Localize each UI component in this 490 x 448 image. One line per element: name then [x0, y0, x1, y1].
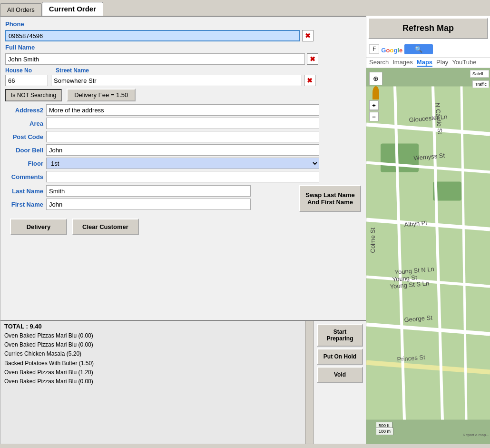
zoom-in-button[interactable]: +: [369, 100, 379, 110]
tab-images[interactable]: Images: [392, 59, 413, 67]
name-fields: Last Name First Name: [5, 185, 296, 212]
order-item-3[interactable]: Curries Chicken Masala (5.20): [4, 349, 301, 358]
area-label: Area: [5, 120, 43, 127]
order-item-4[interactable]: Backed Potatoes With Butter (1.50): [4, 359, 301, 368]
zoom-bar: [369, 110, 379, 111]
street-name-label: Street Name: [56, 67, 89, 74]
lastname-input[interactable]: [46, 185, 251, 197]
tab-search[interactable]: Search: [369, 59, 389, 67]
house-no-label: House No: [5, 67, 53, 74]
fullname-input[interactable]: [5, 53, 305, 65]
doorbell-row: Door Bell: [5, 144, 361, 156]
floor-select[interactable]: 1st 2nd 3rd Ground: [46, 158, 319, 169]
delivery-button[interactable]: Delivery: [10, 219, 67, 235]
fullname-clear-icon: ✖: [310, 55, 315, 63]
doorbell-input[interactable]: [46, 144, 319, 156]
phone-label: Phone: [5, 20, 43, 28]
fullname-label-row: Full Name: [5, 44, 361, 51]
zoom-out-button[interactable]: −: [369, 112, 379, 121]
lastname-label: Last Name: [5, 188, 43, 195]
tab-youtube[interactable]: YouTube: [452, 59, 476, 67]
delivery-fee-button[interactable]: Delivery Fee = 1.50: [67, 89, 136, 101]
fullname-clear-button[interactable]: ✖: [307, 53, 318, 65]
scale-bar-m: 100 m: [376, 428, 393, 435]
postcode-label: Post Code: [5, 133, 43, 140]
street-input[interactable]: [51, 75, 302, 86]
traffic-button[interactable]: Traffic: [472, 80, 489, 88]
clear-customer-button[interactable]: Clear Customer: [72, 219, 139, 235]
firstname-input[interactable]: [46, 199, 251, 210]
order-item-5[interactable]: Oven Baked Pizzas Mari Blu (1.20): [4, 368, 301, 377]
order-item-2[interactable]: Oven Baked Pizzas Mari Blu (0.00): [4, 340, 301, 349]
doorbell-label: Door Bell: [5, 147, 43, 154]
swap-name-button[interactable]: Swap Last Name And First Name: [299, 185, 361, 212]
void-button[interactable]: Void: [317, 367, 363, 383]
firstname-row: First Name: [5, 199, 296, 210]
satellite-button[interactable]: Satell...: [470, 70, 489, 78]
phone-input[interactable]: [5, 30, 300, 41]
tab-all-orders[interactable]: All Orders: [0, 3, 42, 16]
google-logo: Google: [381, 43, 402, 55]
map-nav-controls: ⊕ + −: [369, 72, 382, 121]
phone-input-row: ✖: [5, 30, 361, 41]
area-row: Area: [5, 118, 361, 129]
refresh-map-button[interactable]: Refresh Map: [368, 18, 488, 39]
google-search-bar: F Google 🔍: [366, 41, 490, 58]
google-nav-tabs: Search Images Maps Play YouTube: [366, 58, 490, 68]
order-item-1[interactable]: Oven Baked Pizzas Mari Blu (0.00): [4, 331, 301, 340]
address-input-row: ✖: [5, 75, 361, 86]
main-layout: Phone ✖ Full Name ✖ House No S: [0, 16, 490, 444]
not-searching-button[interactable]: Is NOT Searching: [5, 89, 62, 101]
name-section: Last Name First Name Swap Last Name And …: [5, 185, 361, 212]
svg-text:Colme St: Colme St: [369, 228, 376, 253]
address2-label: Address2: [5, 107, 43, 114]
start-preparing-button[interactable]: Start Preparing: [317, 324, 363, 347]
status-fee-row: Is NOT Searching Delivery Fee = 1.50: [5, 89, 361, 101]
tab-bar: All Orders Current Order: [0, 0, 490, 16]
tab-maps[interactable]: Maps: [417, 59, 432, 67]
firstname-label: First Name: [5, 201, 43, 208]
right-panel: Refresh Map F Google 🔍 Search Images Map…: [366, 16, 490, 444]
fullname-input-row: ✖: [5, 53, 361, 65]
floor-label: Floor: [5, 160, 43, 167]
form-area: Phone ✖ Full Name ✖ House No S: [0, 17, 366, 320]
lastname-row: Last Name: [5, 185, 296, 197]
house-no-input[interactable]: [5, 75, 48, 86]
order-list-section: TOTAL : 9.40 Oven Baked Pizzas Mari Blu …: [0, 320, 366, 444]
google-search-button[interactable]: 🔍: [404, 44, 433, 54]
address-headers: House No Street Name: [5, 67, 361, 74]
put-on-hold-button[interactable]: Put On Hold: [317, 348, 363, 365]
phone-clear-icon: ✖: [305, 32, 311, 40]
tab-current-order[interactable]: Current Order: [42, 2, 103, 16]
bottom-buttons: Delivery Clear Customer: [5, 216, 361, 238]
order-items-list: TOTAL : 9.40 Oven Baked Pizzas Mari Blu …: [0, 321, 305, 444]
total-line: TOTAL : 9.40: [4, 323, 301, 330]
order-actions: Start Preparing Put On Hold Void: [314, 321, 366, 444]
left-panel: Phone ✖ Full Name ✖ House No S: [0, 16, 366, 444]
svg-rect-1: [381, 144, 419, 172]
area-input[interactable]: [46, 118, 319, 129]
comments-row: Comments: [5, 171, 361, 182]
order-scrollbar[interactable]: [305, 321, 314, 444]
floor-row: Floor 1st 2nd 3rd Ground: [5, 158, 361, 169]
map-pan-button[interactable]: ⊕: [369, 72, 382, 85]
f-button[interactable]: F: [369, 44, 379, 54]
comments-input[interactable]: [46, 171, 319, 182]
pegman-icon[interactable]: [372, 86, 379, 100]
phone-row: Phone: [5, 20, 361, 28]
map-svg: Gloucester Ln Wemyss St Albyn Pl Young S…: [366, 68, 490, 438]
fullname-label: Full Name: [5, 44, 43, 51]
tab-play[interactable]: Play: [436, 59, 448, 67]
address-clear-icon: ✖: [307, 77, 313, 84]
phone-clear-button[interactable]: ✖: [302, 30, 314, 41]
report-map-link[interactable]: Report a map...: [463, 433, 489, 437]
postcode-input[interactable]: [46, 131, 319, 142]
address2-input[interactable]: [46, 104, 319, 116]
address2-row: Address2: [5, 104, 361, 116]
order-item-6[interactable]: Oven Baked Pizzas Mari Blu (0.00): [4, 377, 301, 386]
address-clear-button[interactable]: ✖: [304, 75, 315, 86]
map-container: F Google 🔍 Search Images Maps Play YouTu…: [366, 41, 490, 444]
comments-label: Comments: [5, 173, 43, 180]
postcode-row: Post Code: [5, 131, 361, 142]
